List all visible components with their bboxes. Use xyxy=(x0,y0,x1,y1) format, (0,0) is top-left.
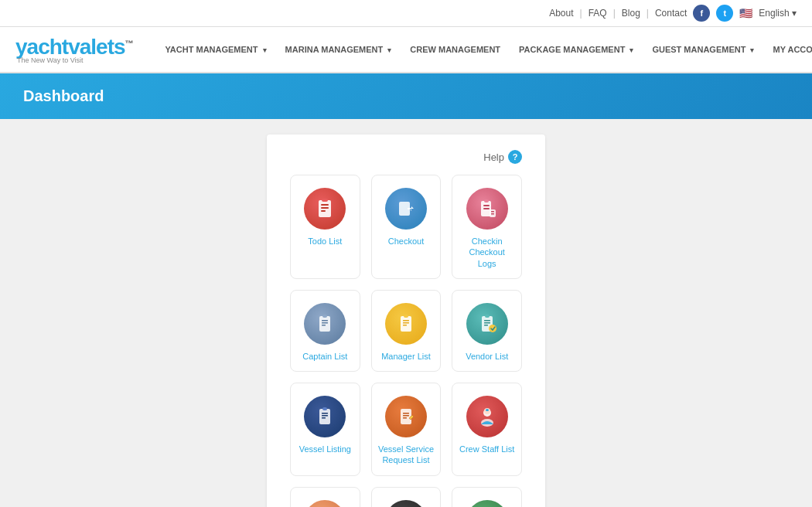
faq-link[interactable]: FAQ xyxy=(589,8,607,19)
language-selector[interactable]: English ▾ xyxy=(759,8,797,19)
grid-item-crew-staff-list[interactable]: Crew Staff List xyxy=(452,383,522,476)
svg-rect-18 xyxy=(322,325,326,326)
nav-guest-management[interactable]: GUEST MANAGEMENT ▾ xyxy=(643,28,763,71)
svg-rect-42 xyxy=(486,409,489,411)
about-link[interactable]: About xyxy=(549,8,573,19)
svg-rect-30 xyxy=(319,409,330,424)
grid-item-captain-list[interactable]: Captain List xyxy=(290,290,360,372)
grid-row-3: Vessel Listing Vessel Service Request Li… xyxy=(290,383,522,476)
grid-item-todo-list[interactable]: Todo List xyxy=(290,175,360,279)
nav-yacht-management[interactable]: YACHT MANAGEMENT ▾ xyxy=(156,28,276,71)
svg-rect-10 xyxy=(483,208,490,209)
svg-rect-20 xyxy=(404,315,408,318)
svg-rect-25 xyxy=(485,315,490,318)
manager-list-label: Manager List xyxy=(381,351,431,362)
nav-crew-management[interactable]: CREW MANAGEMENT xyxy=(401,28,510,71)
contact-link[interactable]: Contact xyxy=(655,8,687,19)
nav-items: YACHT MANAGEMENT ▾ MARINA MANAGEMENT ▾ C… xyxy=(156,28,812,71)
blog-link[interactable]: Blog xyxy=(622,8,640,19)
todo-list-label: Todo List xyxy=(308,236,342,247)
caret: ▾ xyxy=(629,46,633,54)
captain-list-label: Captain List xyxy=(302,351,347,362)
nav-package-management[interactable]: PACKAGE MANAGEMENT ▾ xyxy=(510,28,643,71)
grid-item-checkout[interactable]: Checkout xyxy=(371,175,442,279)
grid-row-2: Captain List Manager List Vendor List xyxy=(290,290,522,372)
svg-rect-33 xyxy=(322,415,328,417)
checkin-checkout-logs-label: Checkin Checkout Logs xyxy=(459,236,515,269)
captain-list-icon xyxy=(304,303,346,345)
svg-rect-3 xyxy=(321,210,326,212)
svg-rect-31 xyxy=(322,407,327,410)
svg-rect-13 xyxy=(491,213,494,215)
facebook-icon[interactable]: f xyxy=(693,5,710,22)
grid-item-vessel-inspection-report[interactable]: Vessel Inspection Report xyxy=(452,487,522,507)
content-area: Help ? Todo List Checkout Checki xyxy=(0,119,812,507)
vessel-listing-label: Vessel Listing xyxy=(299,444,351,454)
svg-rect-17 xyxy=(322,322,328,324)
nav-marina-management[interactable]: MARINA MANAGEMENT ▾ xyxy=(276,28,401,71)
svg-rect-4 xyxy=(322,199,328,202)
logo-trademark: ™ xyxy=(125,39,133,48)
grid-item-vendor-list[interactable]: Vendor List xyxy=(452,290,522,372)
svg-rect-26 xyxy=(484,320,490,322)
crew-staff-list-label: Crew Staff List xyxy=(459,444,514,454)
svg-rect-2 xyxy=(321,207,329,209)
svg-rect-19 xyxy=(401,316,411,332)
checkout-label: Checkout xyxy=(388,236,424,247)
svg-point-29 xyxy=(489,325,496,332)
logo[interactable]: yachtvalets™ The New Way to Visit xyxy=(15,27,133,72)
vendor-list-icon xyxy=(466,303,508,345)
twitter-icon[interactable]: t xyxy=(716,5,733,22)
help-icon[interactable]: ? xyxy=(508,150,522,164)
grid-item-vessel-inspection[interactable]: Vessel Inspection xyxy=(290,487,360,507)
svg-rect-34 xyxy=(322,417,326,419)
grid-item-quick-inspection[interactable]: Quick Inspection xyxy=(371,487,442,507)
logo-part1: yachtva xyxy=(15,35,90,59)
nav-my-account[interactable]: MY ACCOUNT ▾ xyxy=(763,28,812,71)
svg-rect-22 xyxy=(403,322,409,324)
grid-item-checkin-checkout-logs[interactable]: Checkin Checkout Logs xyxy=(452,175,522,279)
svg-rect-38 xyxy=(403,417,407,419)
vessel-service-request-list-icon xyxy=(385,396,427,437)
svg-rect-12 xyxy=(491,211,494,213)
svg-rect-37 xyxy=(403,415,409,417)
help-row: Help ? xyxy=(290,150,522,164)
svg-rect-23 xyxy=(403,325,407,326)
todo-list-icon xyxy=(304,188,346,230)
manager-list-icon xyxy=(385,303,427,345)
dashboard-title: Dashboard xyxy=(23,87,104,104)
caret: ▾ xyxy=(263,46,267,54)
svg-rect-36 xyxy=(403,413,409,414)
sep2: | xyxy=(613,8,616,19)
svg-rect-16 xyxy=(322,320,328,322)
grid-item-vessel-service-request-list[interactable]: Vessel Service Request List xyxy=(371,383,442,476)
logo-part2: lets xyxy=(90,35,125,59)
help-label: Help xyxy=(483,151,504,163)
sep3: | xyxy=(647,8,649,19)
vessel-service-request-list-label: Vessel Service Request List xyxy=(378,444,435,466)
top-bar: About | FAQ | Blog | Contact f t 🇺🇸 Engl… xyxy=(0,0,812,27)
svg-rect-32 xyxy=(322,413,328,414)
dashboard-panel: Help ? Todo List Checkout Checki xyxy=(267,134,545,507)
svg-rect-28 xyxy=(484,325,488,326)
crew-staff-list-icon xyxy=(466,396,508,437)
flag-icon: 🇺🇸 xyxy=(739,7,752,19)
sep1: | xyxy=(580,8,582,19)
caret: ▾ xyxy=(750,46,754,54)
svg-rect-15 xyxy=(322,315,327,318)
vendor-list-label: Vendor List xyxy=(466,351,508,362)
svg-rect-27 xyxy=(484,322,490,324)
grid-item-vessel-listing[interactable]: Vessel Listing xyxy=(290,383,360,476)
vessel-inspection-icon xyxy=(304,500,346,507)
vessel-listing-icon xyxy=(304,396,346,437)
grid-row-1: Todo List Checkout Checkin Checkout Logs xyxy=(290,175,522,279)
caret: ▾ xyxy=(387,46,391,54)
grid-item-manager-list[interactable]: Manager List xyxy=(371,290,442,372)
quick-inspection-icon xyxy=(385,500,427,507)
main-nav: yachtvalets™ The New Way to Visit YACHT … xyxy=(0,27,812,73)
vessel-inspection-report-icon xyxy=(466,500,508,507)
checkout-icon xyxy=(385,188,427,230)
svg-rect-14 xyxy=(319,316,330,332)
svg-rect-35 xyxy=(401,409,411,424)
svg-rect-1 xyxy=(321,204,329,206)
